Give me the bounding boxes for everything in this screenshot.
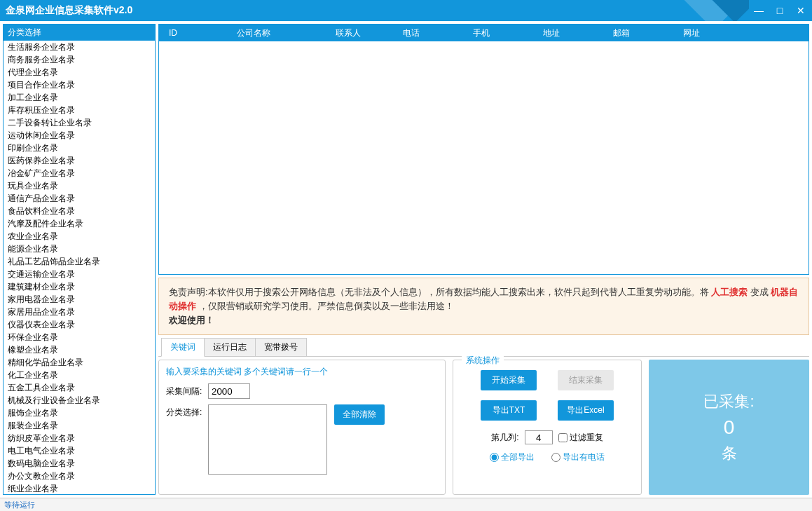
counter-value: 0 — [724, 416, 735, 439]
counter-label: 已采集: — [703, 391, 754, 412]
category-item[interactable]: 化工企业名录 — [4, 369, 155, 381]
start-collect-button[interactable]: 开始采集 — [481, 370, 537, 390]
category-item[interactable]: 商务服务企业名录 — [4, 53, 155, 66]
category-item[interactable]: 数码电脑企业名录 — [4, 457, 155, 470]
export-txt-button[interactable]: 导出TXT — [481, 400, 537, 421]
keyword-panel: 输入要采集的关键词 多个关键词请一行一个 采集间隔: 分类选择: 全部清除 — [158, 360, 446, 495]
category-select-label: 分类选择: — [166, 404, 208, 418]
disclaimer-welcome: 欢迎使用！ — [169, 315, 214, 325]
counter-unit: 条 — [722, 443, 737, 464]
table-column-header[interactable]: 电话 — [376, 27, 446, 39]
category-item[interactable]: 服饰企业名录 — [4, 407, 155, 419]
category-item[interactable]: 通信产品企业名录 — [4, 192, 155, 205]
category-item[interactable]: 项目合作企业名录 — [4, 79, 155, 91]
category-textarea[interactable] — [208, 404, 327, 475]
export-all-radio[interactable]: 全部导出 — [490, 451, 535, 463]
category-item[interactable]: 二手设备转让企业名录 — [4, 116, 155, 129]
table-body[interactable] — [159, 41, 808, 274]
disclaimer-box: 免责声明:本软件仅用于搜索公开网络信息（无非法及个人信息），所有数据均能人工搜索… — [158, 278, 809, 335]
category-item[interactable]: 仪器仪表企业名录 — [4, 318, 155, 331]
column-input[interactable] — [525, 430, 553, 444]
minimize-button[interactable]: — — [753, 5, 764, 16]
filter-dup-checkbox[interactable]: 过滤重复 — [558, 432, 603, 444]
category-item[interactable]: 家用电器企业名录 — [4, 293, 155, 306]
status-bar: 等待运行 — [0, 498, 812, 511]
table-column-header[interactable]: 网址 — [656, 27, 727, 39]
title-bar: 金泉网企业信息采集软件v2.0 — □ ✕ — [0, 0, 812, 21]
keyword-hint: 输入要采集的关键词 多个关键词请一行一个 — [166, 366, 438, 378]
export-all-input[interactable] — [490, 453, 499, 462]
export-phone-radio[interactable]: 导出有电话 — [551, 451, 605, 463]
close-button[interactable]: ✕ — [795, 5, 806, 16]
category-sidebar: 分类选择 生活服务企业名录商务服务企业名录代理企业名录项目合作企业名录加工企业名… — [3, 24, 156, 495]
tab-0[interactable]: 关键词 — [161, 338, 205, 357]
export-excel-button[interactable]: 导出Excel — [558, 400, 614, 421]
table-column-header[interactable]: 地址 — [516, 27, 586, 39]
table-column-header[interactable]: 公司名称 — [187, 27, 320, 39]
category-item[interactable]: 汽摩及配件企业名录 — [4, 217, 155, 230]
category-item[interactable]: 纺织皮革企业名录 — [4, 432, 155, 444]
category-item[interactable]: 加工企业名录 — [4, 91, 155, 104]
category-item[interactable]: 办公文教企业名录 — [4, 470, 155, 482]
window-controls: — □ ✕ — [753, 0, 806, 21]
category-list[interactable]: 生活服务企业名录商务服务企业名录代理企业名录项目合作企业名录加工企业名录库存积压… — [4, 41, 155, 494]
category-item[interactable]: 玩具企业名录 — [4, 179, 155, 192]
titlebar-decoration — [665, 0, 749, 21]
disclaimer-highlight-1: 人工搜索 — [711, 287, 748, 297]
table-header: ID公司名称联系人电话手机地址邮箱网址 — [159, 25, 808, 41]
category-item[interactable]: 机械及行业设备企业名录 — [4, 394, 155, 407]
interval-input[interactable] — [208, 383, 250, 399]
filter-dup-input[interactable] — [558, 433, 567, 442]
category-item[interactable]: 五金工具企业名录 — [4, 381, 155, 394]
results-table: ID公司名称联系人电话手机地址邮箱网址 — [158, 24, 809, 275]
category-item[interactable]: 生活服务企业名录 — [4, 41, 155, 53]
table-column-header[interactable]: 邮箱 — [586, 27, 656, 39]
category-item[interactable]: 建筑建材企业名录 — [4, 280, 155, 293]
system-ops-panel: 系统操作 开始采集 结束采集 导出TXT 导出Excel 第几列: 过滤重复 — [453, 360, 642, 495]
category-item[interactable]: 印刷企业名录 — [4, 142, 155, 154]
category-item[interactable]: 服装企业名录 — [4, 419, 155, 432]
category-item[interactable]: 库存积压企业名录 — [4, 104, 155, 116]
export-phone-input[interactable] — [551, 453, 560, 462]
app-title: 金泉网企业信息采集软件v2.0 — [6, 4, 132, 17]
category-item[interactable]: 礼品工艺品饰品企业名录 — [4, 255, 155, 268]
stop-collect-button[interactable]: 结束采集 — [558, 370, 614, 390]
category-item[interactable]: 冶金矿产企业名录 — [4, 167, 155, 179]
category-item[interactable]: 代理企业名录 — [4, 66, 155, 79]
clear-all-button[interactable]: 全部清除 — [334, 404, 385, 425]
category-item[interactable]: 电工电气企业名录 — [4, 444, 155, 457]
tabs-row: 关键词运行日志宽带拨号 — [158, 338, 809, 357]
category-item[interactable]: 交通运输企业名录 — [4, 268, 155, 280]
counter-panel: 已采集: 0 条 — [649, 360, 809, 495]
status-text: 等待运行 — [4, 500, 35, 509]
interval-label: 采集间隔: — [166, 383, 208, 397]
category-item[interactable]: 农业企业名录 — [4, 230, 155, 243]
sidebar-header: 分类选择 — [4, 25, 155, 41]
category-item[interactable]: 医药保养企业名录 — [4, 154, 155, 167]
ops-legend: 系统操作 — [462, 355, 504, 367]
disclaimer-text: 免责声明:本软件仅用于搜索公开网络信息（无非法及个人信息），所有数据均能人工搜索… — [169, 287, 711, 297]
tab-1[interactable]: 运行日志 — [204, 338, 256, 356]
maximize-button[interactable]: □ — [774, 5, 785, 16]
table-column-header[interactable]: ID — [159, 28, 187, 38]
tab-2[interactable]: 宽带拨号 — [255, 338, 307, 356]
category-item[interactable]: 家居用品企业名录 — [4, 306, 155, 318]
category-item[interactable]: 能源企业名录 — [4, 243, 155, 255]
column-label: 第几列: — [491, 432, 518, 444]
table-column-header[interactable]: 联系人 — [320, 27, 376, 39]
table-column-header[interactable]: 手机 — [446, 27, 516, 39]
category-item[interactable]: 食品饮料企业名录 — [4, 205, 155, 217]
category-item[interactable]: 运动休闲企业名录 — [4, 129, 155, 142]
category-item[interactable]: 精细化学品企业名录 — [4, 356, 155, 369]
category-item[interactable]: 纸业企业名录 — [4, 482, 155, 494]
category-item[interactable]: 橡塑企业名录 — [4, 343, 155, 356]
category-item[interactable]: 环保企业名录 — [4, 331, 155, 343]
